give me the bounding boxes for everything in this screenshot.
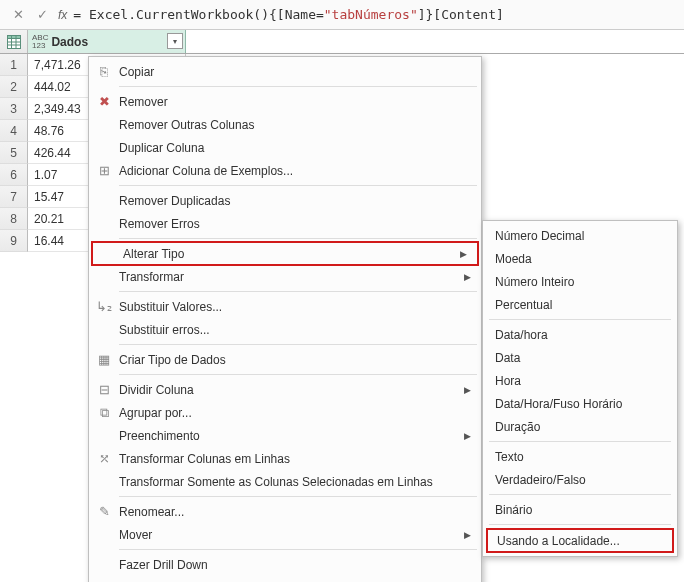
- row-header[interactable]: 7: [0, 186, 28, 208]
- unpivot-icon: ⤱: [89, 451, 119, 466]
- type-boolean[interactable]: Verdadeiro/Falso: [483, 468, 677, 491]
- replace-icon: ↳₂: [89, 299, 119, 314]
- menu-unpivot[interactable]: ⤱Transformar Colunas em Linhas: [89, 447, 481, 470]
- menu-separator: [489, 319, 671, 320]
- menu-separator: [489, 524, 671, 525]
- chevron-right-icon: ▶: [464, 272, 471, 282]
- menu-remove-errors[interactable]: Remover Erros: [89, 212, 481, 235]
- formula-bar: ✕ ✓ fx = Excel.CurrentWorkbook(){[Name="…: [0, 0, 684, 30]
- menu-remove-others[interactable]: Remover Outras Colunas: [89, 113, 481, 136]
- row-header[interactable]: 4: [0, 120, 28, 142]
- row-header[interactable]: 5: [0, 142, 28, 164]
- menu-rename[interactable]: ✎Renomear...: [89, 500, 481, 523]
- type-percent[interactable]: Percentual: [483, 293, 677, 316]
- row-header[interactable]: 8: [0, 208, 28, 230]
- row-header[interactable]: 6: [0, 164, 28, 186]
- menu-add-from-examples[interactable]: ⊞Adicionar Coluna de Exemplos...: [89, 159, 481, 182]
- type-currency[interactable]: Moeda: [483, 247, 677, 270]
- row-header[interactable]: 1: [0, 54, 28, 76]
- menu-group-by[interactable]: ⧉Agrupar por...: [89, 401, 481, 424]
- column-header-dados[interactable]: ABC 123 Dados ▾: [28, 30, 186, 53]
- type-duration[interactable]: Duração: [483, 415, 677, 438]
- datatype-icon: ▦: [89, 352, 119, 367]
- type-text[interactable]: Texto: [483, 445, 677, 468]
- menu-move[interactable]: Mover▶: [89, 523, 481, 546]
- formula-prefix: = Excel.CurrentWorkbook(){[Name=: [73, 7, 323, 22]
- chevron-right-icon: ▶: [464, 385, 471, 395]
- row-header[interactable]: 2: [0, 76, 28, 98]
- menu-remove[interactable]: ✖Remover: [89, 90, 481, 113]
- rename-icon: ✎: [89, 504, 119, 519]
- menu-add-as-query[interactable]: Adicionar como Nova Consulta: [89, 576, 481, 582]
- type-datetime[interactable]: Data/hora: [483, 323, 677, 346]
- menu-separator: [119, 185, 477, 186]
- table-icon: [7, 35, 21, 49]
- row-header[interactable]: 9: [0, 230, 28, 252]
- copy-icon: ⎘: [89, 64, 119, 79]
- column-filter-dropdown[interactable]: ▾: [167, 33, 183, 49]
- menu-separator: [119, 291, 477, 292]
- type-date[interactable]: Data: [483, 346, 677, 369]
- grid-header: ABC 123 Dados ▾: [0, 30, 684, 54]
- menu-separator: [119, 374, 477, 375]
- menu-split-column[interactable]: ⊟Dividir Coluna▶: [89, 378, 481, 401]
- type-binary[interactable]: Binário: [483, 498, 677, 521]
- chevron-right-icon: ▶: [464, 431, 471, 441]
- type-time[interactable]: Hora: [483, 369, 677, 392]
- menu-replace-errors[interactable]: Substituir erros...: [89, 318, 481, 341]
- menu-drill-down[interactable]: Fazer Drill Down: [89, 553, 481, 576]
- menu-separator: [119, 86, 477, 87]
- type-using-locale[interactable]: Usando a Localidade...: [486, 528, 674, 553]
- add-column-icon: ⊞: [89, 163, 119, 178]
- row-header[interactable]: 3: [0, 98, 28, 120]
- change-type-submenu: Número Decimal Moeda Número Inteiro Perc…: [482, 220, 678, 557]
- remove-column-icon: ✖: [89, 94, 119, 109]
- menu-replace-values[interactable]: ↳₂Substituir Valores...: [89, 295, 481, 318]
- menu-separator: [489, 494, 671, 495]
- fx-label: fx: [58, 8, 67, 22]
- menu-create-datatype[interactable]: ▦Criar Tipo de Dados: [89, 348, 481, 371]
- column-name: Dados: [51, 35, 88, 49]
- menu-separator: [119, 238, 477, 239]
- menu-separator: [119, 344, 477, 345]
- menu-change-type[interactable]: Alterar Tipo▶: [91, 241, 479, 266]
- formula-string: "tabNúmeros": [324, 7, 418, 22]
- menu-separator: [119, 549, 477, 550]
- menu-fill[interactable]: Preenchimento▶: [89, 424, 481, 447]
- split-icon: ⊟: [89, 382, 119, 397]
- type-integer[interactable]: Número Inteiro: [483, 270, 677, 293]
- menu-unpivot-selected[interactable]: Transformar Somente as Colunas Seleciona…: [89, 470, 481, 493]
- group-icon: ⧉: [89, 405, 119, 421]
- cancel-formula-button[interactable]: ✕: [8, 5, 28, 25]
- formula-input[interactable]: = Excel.CurrentWorkbook(){[Name="tabNúme…: [73, 7, 503, 22]
- svg-rect-1: [7, 35, 20, 38]
- chevron-right-icon: ▶: [460, 249, 467, 259]
- chevron-right-icon: ▶: [464, 530, 471, 540]
- menu-remove-duplicates[interactable]: Remover Duplicadas: [89, 189, 481, 212]
- type-decimal[interactable]: Número Decimal: [483, 224, 677, 247]
- menu-copy[interactable]: ⎘Copiar: [89, 60, 481, 83]
- menu-separator: [119, 496, 477, 497]
- select-all-corner[interactable]: [0, 30, 28, 53]
- type-any-icon: ABC 123: [32, 34, 48, 50]
- type-datetimezone[interactable]: Data/Hora/Fuso Horário: [483, 392, 677, 415]
- menu-separator: [489, 441, 671, 442]
- menu-transform[interactable]: Transformar▶: [89, 265, 481, 288]
- menu-duplicate[interactable]: Duplicar Coluna: [89, 136, 481, 159]
- formula-suffix: ]}[Content]: [418, 7, 504, 22]
- accept-formula-button[interactable]: ✓: [32, 5, 52, 25]
- context-menu: ⎘Copiar ✖Remover Remover Outras Colunas …: [88, 56, 482, 582]
